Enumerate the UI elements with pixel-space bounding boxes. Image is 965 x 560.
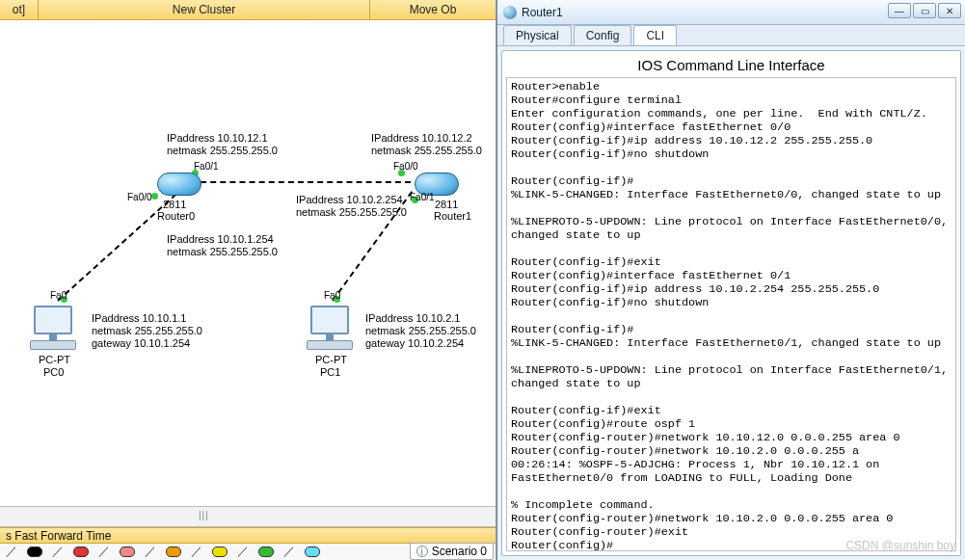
scenario-label: Scenario 0	[432, 545, 487, 558]
pen-icon[interactable]: ／	[98, 544, 110, 560]
pen-icon[interactable]: ／	[6, 544, 17, 560]
pen-icon[interactable]: ／	[191, 544, 202, 560]
label-pc0-cfg: IPaddress 10.10.1.1netmask 255.255.255.0…	[92, 312, 202, 350]
close-button[interactable]: ✕	[938, 3, 961, 18]
label-pc1-cfg: IPaddress 10.10.2.1netmask 255.255.255.0…	[365, 312, 476, 350]
label-pc0-name: PC0	[43, 366, 64, 378]
port-dot	[151, 193, 158, 200]
tab-physical[interactable]: Physical	[503, 25, 572, 45]
toolbar-left-fragment: ot]	[0, 0, 39, 19]
pc0-monitor[interactable]	[34, 306, 72, 334]
pen-icon[interactable]: ／	[283, 544, 295, 560]
scenario-selector[interactable]: i Scenario 0	[410, 543, 494, 560]
tab-cli[interactable]: CLI	[633, 25, 677, 45]
label-r1-name: Router1	[434, 210, 471, 223]
label-r1-ip: IPaddress 10.10.12.2netmask 255.255.255.…	[371, 132, 482, 157]
pen-icon[interactable]: ／	[237, 544, 249, 560]
swatch-cyan[interactable]	[305, 547, 320, 557]
grip-icon: |||	[199, 510, 209, 520]
new-cluster-button[interactable]: New Cluster	[39, 0, 370, 19]
cli-output: Router>enable Router#configure terminal …	[507, 78, 955, 551]
swatch-red[interactable]	[73, 547, 89, 557]
label-pc1-name: PC1	[320, 366, 340, 378]
fast-forward-bar[interactable]: s Fast Forward Time	[0, 527, 496, 544]
link-router0-router1[interactable]	[191, 181, 411, 183]
port-r0-fa00: Fa0/0	[127, 192, 152, 202]
scroll-strip[interactable]: |||	[0, 506, 496, 527]
swatch-pink[interactable]	[120, 547, 135, 557]
pc1-base	[307, 340, 353, 350]
window-titlebar[interactable]: Router1 — ▭ ✕	[497, 0, 965, 25]
pen-icon[interactable]: ／	[145, 544, 156, 560]
info-icon: i	[416, 546, 428, 557]
label-r0-name: Router0	[157, 210, 195, 223]
window-title: Router1	[522, 6, 563, 19]
router1-window: Router1 — ▭ ✕ Physical Config CLI IOS Co…	[496, 0, 965, 560]
port-pc0-fa0: Fa0	[50, 290, 67, 301]
cli-title: IOS Command Line Interface	[502, 51, 960, 77]
label-r1-lan: IPaddress 10.10.2.254netmask 255.255.255…	[296, 194, 407, 219]
label-pc1-type: PC-PT	[315, 354, 347, 365]
tab-config[interactable]: Config	[574, 25, 632, 45]
port-r1-fa01: Fa0/1	[410, 192, 435, 202]
label-r0-lan: IPaddress 10.10.1.254netmask 255.255.255…	[167, 233, 278, 258]
pc0-base	[30, 340, 76, 350]
pen-icon[interactable]: ／	[52, 544, 64, 560]
label-r0-ip: IPaddress 10.10.12.1netmask 255.255.255.…	[167, 132, 278, 157]
port-pc1-fa0: Fa0	[324, 290, 340, 301]
swatch-orange[interactable]	[166, 547, 181, 557]
router-icon	[503, 6, 517, 19]
maximize-button[interactable]: ▭	[913, 3, 936, 18]
cli-frame: IOS Command Line Interface Router>enable…	[501, 50, 961, 556]
swatch-yellow[interactable]	[212, 547, 228, 557]
router0-icon[interactable]	[157, 173, 201, 196]
tab-strip: Physical Config CLI	[497, 25, 965, 46]
packet-tracer-panel: ot] New Cluster Move Ob	[0, 0, 496, 560]
watermark: CSDN @sunshin boy	[845, 539, 955, 552]
swatch-green[interactable]	[258, 547, 274, 557]
pc1-monitor[interactable]	[310, 306, 349, 334]
minimize-button[interactable]: —	[888, 3, 911, 18]
port-r0-fa01: Fa0/1	[194, 161, 219, 172]
topology-canvas[interactable]: IPaddress 10.10.12.1netmask 255.255.255.…	[0, 20, 496, 506]
port-r1-fa00: Fa0/0	[393, 161, 418, 172]
cli-terminal[interactable]: Router>enable Router#configure terminal …	[506, 77, 956, 551]
move-object-button[interactable]: Move Ob	[370, 0, 496, 19]
color-palette-bar: ／ ／ ／ ／ ／ ／ ／ i Scenario 0	[0, 544, 496, 560]
swatch-black[interactable]	[27, 547, 42, 557]
label-pc0-type: PC-PT	[39, 354, 70, 365]
yellow-toolbar: ot] New Cluster Move Ob	[0, 0, 496, 20]
